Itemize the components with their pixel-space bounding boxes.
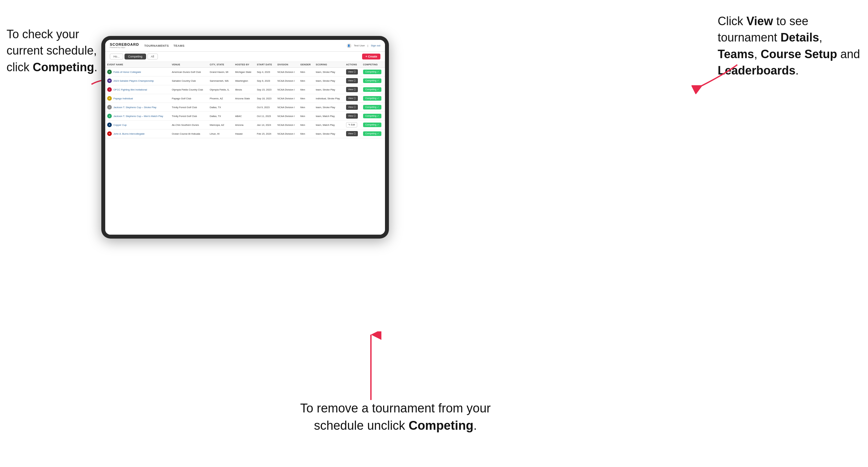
tablet-frame: SCOREBOARD Powered by clippi TOURNAMENTS… <box>101 36 389 239</box>
cell-division: NCAA Division I <box>276 68 299 76</box>
cell-actions: View ⓘ <box>344 129 361 138</box>
view-button[interactable]: View ⓘ <box>346 96 358 101</box>
cell-event-name: W 2023 Sahalee Players Championship <box>105 76 170 85</box>
cell-gender: Men <box>299 68 314 76</box>
cell-event-name: F Folds of Honor Collegiate <box>105 68 170 76</box>
col-gender: GENDER <box>299 62 314 68</box>
cell-division: NCAA Division I <box>276 94 299 103</box>
cell-scoring: team, Match Play <box>314 121 344 129</box>
cell-start-date: Jan 14, 2024 <box>255 121 276 129</box>
cell-event-name: J Jackson T. Stephens Cup – Men's Match … <box>105 112 170 121</box>
nav-tournaments[interactable]: TOURNAMENTS <box>144 43 168 49</box>
arrow-to-competing-col <box>691 61 744 94</box>
cell-actions: View ⓘ <box>344 68 361 76</box>
cell-actions: View ⓘ <box>344 94 361 103</box>
cell-event-name: I OFCC Fighting Illini Invitational <box>105 85 170 94</box>
cell-venue: Ak-Chin Southern Dunes <box>170 121 208 129</box>
cell-hosted-by: ABAC <box>233 112 255 121</box>
col-hosted-by: HOSTED BY <box>233 62 255 68</box>
col-start-date: START DATE <box>255 62 276 68</box>
competing-button[interactable]: Competing ✓ <box>363 114 381 118</box>
cell-venue: Papago Golf Club <box>170 94 208 103</box>
cell-scoring: team, Match Play <box>314 112 344 121</box>
cell-start-date: Sep 9, 2023 <box>255 76 276 85</box>
cell-scoring: team, Stroke Play <box>314 103 344 112</box>
nav-teams[interactable]: TEAMS <box>174 43 185 49</box>
table-body: F Folds of Honor Collegiate American Dun… <box>105 68 385 138</box>
competing-button[interactable]: Competing ✓ <box>363 96 381 101</box>
cell-scoring: team, Stroke Play <box>314 129 344 138</box>
cell-event-name: P Papago Individual <box>105 94 170 103</box>
cell-division: NCAA Division I <box>276 76 299 85</box>
competing-button[interactable]: Competing ✓ <box>363 105 381 110</box>
table-row: A Copper Cup Ak-Chin Southern DunesMaric… <box>105 121 385 129</box>
cell-hosted-by: Michigan State <box>233 68 255 76</box>
competing-button[interactable]: Competing ✓ <box>363 70 381 74</box>
cell-scoring: team, Stroke Play <box>314 76 344 85</box>
cell-hosted-by: Hawaii <box>233 129 255 138</box>
cell-gender: Men <box>299 85 314 94</box>
cell-start-date: Oct 9, 2023 <box>255 103 276 112</box>
edit-button[interactable]: ✎ Edit <box>346 122 357 127</box>
cell-division: NCAA Division I <box>276 112 299 121</box>
view-button[interactable]: View ⓘ <box>346 114 358 119</box>
filter-tab-all[interactable]: All <box>147 54 158 60</box>
nav-separator: | <box>368 44 368 47</box>
tournaments-table: EVENT NAME VENUE CITY, STATE HOSTED BY S… <box>105 62 385 138</box>
table-row: P Papago Individual Papago Golf ClubPhoe… <box>105 94 385 103</box>
cell-start-date: Feb 15, 2024 <box>255 129 276 138</box>
filter-tab-competing[interactable]: Competing <box>125 54 146 60</box>
competing-button[interactable]: Competing ✓ <box>363 123 381 127</box>
cell-city-state: Phoenix, AZ <box>208 94 233 103</box>
filter-tab-home[interactable]: Ho... <box>110 54 123 60</box>
cell-scoring: team, Stroke Play <box>314 85 344 94</box>
competing-button[interactable]: Competing ✓ <box>363 87 381 92</box>
table-row: W 2023 Sahalee Players Championship Saha… <box>105 76 385 85</box>
competing-button[interactable]: Competing ✓ <box>363 131 381 136</box>
cell-city-state: Dallas, TX <box>208 103 233 112</box>
view-button[interactable]: View ⓘ <box>346 104 358 110</box>
cell-competing: Competing ✓ <box>361 85 385 94</box>
col-competing: COMPETING <box>361 62 385 68</box>
cell-division: NCAA Division I <box>276 85 299 94</box>
brand-powered: Powered by clippi <box>110 46 139 49</box>
sign-out-link[interactable]: Sign out <box>371 44 380 47</box>
table-row: H John A. Burns Intercollegiate Ocean Co… <box>105 129 385 138</box>
cell-competing: Competing ✓ <box>361 94 385 103</box>
view-button[interactable]: View ⓘ <box>346 69 358 74</box>
cell-gender: Men <box>299 121 314 129</box>
filter-tabs: Ho... Competing All <box>110 54 158 60</box>
col-event-name: EVENT NAME <box>105 62 170 68</box>
cell-competing: Competing ✓ <box>361 68 385 76</box>
navbar: SCOREBOARD Powered by clippi TOURNAMENTS… <box>105 40 385 52</box>
cell-competing: Competing ✓ <box>361 76 385 85</box>
view-button[interactable]: View ⓘ <box>346 87 358 92</box>
competing-button[interactable]: Competing ✓ <box>363 79 381 83</box>
create-button[interactable]: + Create <box>362 54 380 60</box>
cell-hosted-by: Illinois <box>233 85 255 94</box>
cell-city-state: Lihue, HI <box>208 129 233 138</box>
cell-gender: Men <box>299 103 314 112</box>
cell-venue: American Dunes Golf Club <box>170 68 208 76</box>
cell-division: NCAA Division I <box>276 129 299 138</box>
view-button[interactable]: View ⓘ <box>346 78 358 83</box>
cell-competing: Competing ✓ <box>361 129 385 138</box>
user-icon: 👤 <box>347 43 351 48</box>
cell-hosted-by <box>233 103 255 112</box>
cell-venue: Trinity Forest Golf Club <box>170 103 208 112</box>
cell-venue: Sahalee Country Club <box>170 76 208 85</box>
col-actions: ACTIONS <box>344 62 361 68</box>
cell-city-state: Grand Haven, MI <box>208 68 233 76</box>
col-venue: VENUE <box>170 62 208 68</box>
cell-competing: Competing ✓ <box>361 103 385 112</box>
cell-hosted-by: Arizona <box>233 121 255 129</box>
view-button[interactable]: View ⓘ <box>346 131 358 136</box>
cell-start-date: Sep 15, 2023 <box>255 85 276 94</box>
table-container[interactable]: EVENT NAME VENUE CITY, STATE HOSTED BY S… <box>105 62 385 235</box>
cell-event-name: J Jackson T. Stephens Cup – Stroke Play <box>105 103 170 112</box>
filter-bar: Ho... Competing All + Create <box>105 52 385 62</box>
table-row: J Jackson T. Stephens Cup – Stroke Play … <box>105 103 385 112</box>
cell-gender: Men <box>299 76 314 85</box>
col-city-state: CITY, STATE <box>208 62 233 68</box>
cell-event-name: A Copper Cup <box>105 121 170 129</box>
